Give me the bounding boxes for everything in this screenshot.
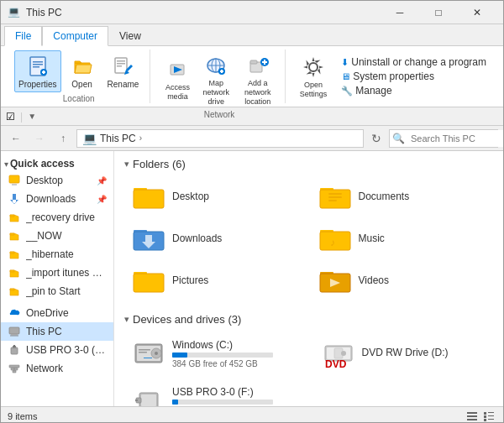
sidebar-downloads-label: Downloads xyxy=(26,193,95,205)
quick-bar-separator: | xyxy=(20,111,23,123)
svg-rect-78 xyxy=(467,412,477,414)
folder-item-videos[interactable]: Videos xyxy=(311,261,494,300)
open-settings-button[interactable]: OpenSettings xyxy=(296,51,332,102)
address-breadcrumb[interactable]: 💻 This PC › xyxy=(76,129,364,148)
location-items: Properties Open xyxy=(14,50,143,92)
usb-drive-icon xyxy=(8,343,21,357)
folder-downloads-icon xyxy=(132,223,165,253)
sidebar-item-itunes[interactable]: _import itunes groo xyxy=(1,264,113,282)
quick-access-header[interactable]: ▾ Quick access xyxy=(1,154,113,171)
sidebar-item-desktop[interactable]: Desktop 📌 xyxy=(1,171,113,190)
this-pc-icon xyxy=(8,325,21,338)
svg-rect-27 xyxy=(12,184,17,185)
content-area: ▾ Folders (6) Desktop xyxy=(114,151,503,406)
forward-button[interactable]: → xyxy=(29,129,50,148)
minimize-button[interactable]: ─ xyxy=(381,1,419,24)
svg-rect-19 xyxy=(220,70,223,72)
sidebar-onedrive-label: OneDrive xyxy=(26,307,107,319)
devices-arrow[interactable]: ▾ xyxy=(124,314,129,325)
svg-rect-3 xyxy=(33,66,39,68)
device-usb-size: 54.3 GB free of 57.6 GB xyxy=(172,406,486,407)
sidebar-itunes-label: _import itunes groo xyxy=(26,267,107,279)
close-button[interactable]: ✕ xyxy=(458,1,496,24)
folder-item-pictures[interactable]: Pictures xyxy=(124,261,307,300)
breadcrumb-text: This PC xyxy=(100,133,136,144)
access-media-icon xyxy=(164,56,191,83)
folder-item-music[interactable]: ♪ Music xyxy=(311,219,494,258)
sidebar-item-onedrive[interactable]: OneDrive xyxy=(1,304,113,322)
properties-button[interactable]: Properties xyxy=(14,50,61,92)
svg-rect-24 xyxy=(262,61,267,63)
uninstall-link[interactable]: ⬇ Uninstall or change a program xyxy=(338,55,490,69)
hdd-icon xyxy=(132,337,165,370)
svg-rect-43 xyxy=(320,188,333,193)
manage-link[interactable]: 🔧 Manage xyxy=(338,84,490,97)
onedrive-icon xyxy=(8,306,21,320)
quick-checkbox[interactable]: ☑ xyxy=(6,111,15,123)
map-drive-label: Map networkdrive xyxy=(202,79,230,106)
view-list-button[interactable] xyxy=(465,409,480,424)
address-bar: ← → ↑ 💻 This PC › ↻ 🔍 xyxy=(1,126,503,151)
svg-rect-35 xyxy=(13,370,16,373)
sidebar: ▾ Quick access Desktop 📌 Downloads 📌 xyxy=(1,151,114,406)
device-usb-bar-fill xyxy=(172,400,178,405)
network-items: Accessmedia Map networkdrive xyxy=(160,50,277,108)
devices-section-header: ▾ Devices and drives (3) xyxy=(124,313,493,326)
location-label: Location xyxy=(63,94,95,103)
hibernate-icon xyxy=(8,248,21,261)
sidebar-item-usb[interactable]: USB PRO 3-0 (F:) xyxy=(1,341,113,359)
svg-rect-34 xyxy=(13,345,15,347)
svg-rect-82 xyxy=(488,412,494,413)
folder-videos-icon xyxy=(318,265,352,295)
device-c-name: Windows (C:) xyxy=(172,339,297,351)
sidebar-item-downloads[interactable]: Downloads 📌 xyxy=(1,190,113,208)
folders-section-header: ▾ Folders (6) xyxy=(124,158,493,170)
svg-rect-83 xyxy=(484,415,486,418)
svg-rect-86 xyxy=(488,419,494,420)
system-properties-link[interactable]: 🖥 System properties xyxy=(338,70,490,83)
back-button[interactable]: ← xyxy=(6,129,26,148)
folder-item-downloads[interactable]: Downloads xyxy=(124,219,307,258)
sidebar-item-network[interactable]: Network xyxy=(1,359,113,378)
sidebar-item-this-pc[interactable]: This PC xyxy=(1,322,113,341)
recovery-icon xyxy=(8,211,21,224)
sidebar-item-hibernate[interactable]: _hibernate xyxy=(1,245,113,264)
device-item-c[interactable]: Windows (C:) 384 GB free of 452 GB xyxy=(124,332,304,374)
folder-item-documents[interactable]: Documents xyxy=(311,177,494,216)
window-title: This PC xyxy=(26,7,381,18)
svg-rect-66 xyxy=(139,349,150,351)
tab-computer[interactable]: Computer xyxy=(42,26,108,46)
sidebar-item-pin-to-start[interactable]: _pin to Start xyxy=(1,282,113,300)
sidebar-item-recovery[interactable]: _recovery drive xyxy=(1,208,113,227)
map-drive-button[interactable]: Map networkdrive xyxy=(197,50,234,108)
dvd-icon: DVD xyxy=(322,337,355,370)
devices-title: Devices and drives (3) xyxy=(133,313,241,326)
svg-rect-6 xyxy=(42,71,45,73)
folder-item-desktop[interactable]: Desktop xyxy=(124,177,307,216)
sidebar-network-label: Network xyxy=(26,363,107,374)
svg-rect-8 xyxy=(117,60,125,62)
up-button[interactable]: ↑ xyxy=(53,129,73,148)
device-item-dvd[interactable]: DVD DVD RW Drive (D:) xyxy=(314,332,494,374)
sidebar-now-label: __NOW xyxy=(26,230,107,242)
sidebar-item-now[interactable]: __NOW xyxy=(1,227,113,245)
maximize-button[interactable]: □ xyxy=(419,1,458,24)
open-button[interactable]: Open xyxy=(65,50,100,92)
refresh-button[interactable]: ↻ xyxy=(367,129,386,148)
add-location-button[interactable]: Add a networklocation xyxy=(238,50,278,108)
quick-bar-arrow[interactable]: ▼ xyxy=(28,112,36,121)
view-details-button[interactable] xyxy=(481,409,496,424)
access-media-button[interactable]: Accessmedia xyxy=(160,54,194,104)
search-input[interactable] xyxy=(407,130,504,147)
tab-view[interactable]: View xyxy=(108,26,152,45)
rename-button[interactable]: Rename xyxy=(103,50,144,92)
tab-file[interactable]: File xyxy=(4,26,42,46)
title-bar-controls: ─ □ ✕ xyxy=(381,1,496,24)
folders-arrow[interactable]: ▾ xyxy=(124,159,129,170)
svg-text:DVD: DVD xyxy=(325,358,347,369)
device-item-usb[interactable]: USB PRO 3-0 (F:) 54.3 GB free of 57.6 GB xyxy=(124,379,493,406)
quick-access-title: Quick access xyxy=(10,158,75,170)
svg-text:♪: ♪ xyxy=(330,237,335,248)
device-row-2: USB PRO 3-0 (F:) 54.3 GB free of 57.6 GB xyxy=(124,379,493,406)
downloads-pin: 📌 xyxy=(97,195,107,204)
